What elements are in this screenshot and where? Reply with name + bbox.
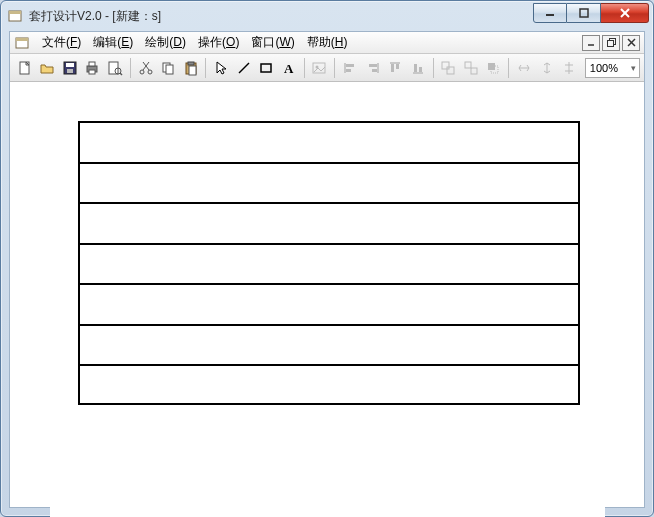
svg-rect-53 <box>465 62 471 68</box>
separator <box>304 58 305 78</box>
svg-rect-47 <box>396 64 399 69</box>
open-button[interactable] <box>37 57 59 79</box>
svg-rect-35 <box>261 64 271 72</box>
text-tool-button[interactable]: A <box>278 57 300 79</box>
menu-file[interactable]: 文件(F) <box>36 32 87 53</box>
app-icon <box>7 8 23 24</box>
print-preview-button[interactable] <box>104 57 126 79</box>
separator <box>334 58 335 78</box>
document-page[interactable] <box>50 121 605 517</box>
mdi-restore-button[interactable] <box>602 35 620 51</box>
maximize-button[interactable] <box>567 3 601 23</box>
svg-rect-16 <box>66 63 74 67</box>
separator <box>130 58 131 78</box>
menu-draw[interactable]: 绘制(D) <box>139 32 192 53</box>
rectangle-tool-button[interactable] <box>256 57 278 79</box>
image-tool-button[interactable] <box>309 57 331 79</box>
ungroup-button[interactable] <box>460 57 482 79</box>
svg-rect-1 <box>9 11 21 14</box>
paste-button[interactable] <box>180 57 202 79</box>
save-button[interactable] <box>59 57 81 79</box>
close-button[interactable] <box>601 3 649 23</box>
svg-rect-17 <box>67 69 73 73</box>
same-height-button[interactable] <box>536 57 558 79</box>
print-button[interactable] <box>82 57 104 79</box>
svg-rect-19 <box>89 62 95 66</box>
svg-rect-43 <box>369 64 377 67</box>
menu-window[interactable]: 窗口(W) <box>245 32 300 53</box>
cut-button[interactable] <box>135 57 157 79</box>
align-bottom-button[interactable] <box>407 57 429 79</box>
svg-text:A: A <box>284 61 294 76</box>
new-button[interactable] <box>14 57 36 79</box>
align-left-button[interactable] <box>339 57 361 79</box>
svg-line-23 <box>120 73 122 75</box>
svg-rect-54 <box>471 68 477 74</box>
svg-rect-51 <box>442 62 449 69</box>
table-row[interactable] <box>80 204 578 245</box>
separator <box>433 58 434 78</box>
document-icon <box>14 35 30 51</box>
table-row[interactable] <box>80 245 578 286</box>
bring-front-button[interactable] <box>483 57 505 79</box>
svg-rect-46 <box>391 64 394 72</box>
svg-rect-7 <box>16 38 28 41</box>
separator <box>205 58 206 78</box>
table-row[interactable] <box>80 123 578 164</box>
mdi-minimize-button[interactable] <box>582 35 600 51</box>
svg-line-34 <box>239 63 249 73</box>
titlebar[interactable]: 套打设计V2.0 - [新建：s] <box>1 1 653 31</box>
zoom-value: 100% <box>590 62 618 74</box>
svg-rect-49 <box>414 64 417 72</box>
main-window: 套打设计V2.0 - [新建：s] 文件(F) 编辑(E) 绘制(D) 操作(O… <box>0 0 654 517</box>
svg-rect-10 <box>607 41 613 47</box>
menu-operate[interactable]: 操作(O) <box>192 32 245 53</box>
svg-rect-31 <box>188 62 194 65</box>
svg-rect-41 <box>346 69 351 72</box>
svg-rect-50 <box>419 67 422 72</box>
table-row[interactable] <box>80 366 578 407</box>
mdi-controls <box>582 35 640 51</box>
align-right-button[interactable] <box>362 57 384 79</box>
line-tool-button[interactable] <box>233 57 255 79</box>
toolbar: A 100% <box>10 54 644 82</box>
menu-help[interactable]: 帮助(H) <box>301 32 354 53</box>
mdi-close-button[interactable] <box>622 35 640 51</box>
minimize-button[interactable] <box>533 3 567 23</box>
svg-rect-29 <box>166 65 173 74</box>
svg-marker-33 <box>217 62 226 74</box>
align-top-button[interactable] <box>384 57 406 79</box>
svg-point-27 <box>148 70 152 74</box>
drawn-table-object[interactable] <box>78 121 580 405</box>
same-width-button[interactable] <box>513 57 535 79</box>
menubar: 文件(F) 编辑(E) 绘制(D) 操作(O) 窗口(W) 帮助(H) <box>10 32 644 54</box>
svg-point-26 <box>140 70 144 74</box>
svg-rect-44 <box>372 69 377 72</box>
table-row[interactable] <box>80 164 578 205</box>
window-controls <box>533 3 649 23</box>
separator <box>508 58 509 78</box>
zoom-combo[interactable]: 100% <box>585 58 640 78</box>
menu-edit[interactable]: 编辑(E) <box>87 32 139 53</box>
table-row[interactable] <box>80 326 578 367</box>
svg-rect-52 <box>447 67 454 74</box>
group-button[interactable] <box>437 57 459 79</box>
workspace[interactable] <box>10 83 644 507</box>
svg-rect-20 <box>89 70 95 74</box>
copy-button[interactable] <box>157 57 179 79</box>
svg-rect-3 <box>580 9 588 17</box>
window-title: 套打设计V2.0 - [新建：s] <box>29 8 533 25</box>
svg-rect-32 <box>189 66 196 75</box>
svg-rect-40 <box>346 64 354 67</box>
distribute-button[interactable] <box>558 57 580 79</box>
client-area: 文件(F) 编辑(E) 绘制(D) 操作(O) 窗口(W) 帮助(H) <box>9 31 645 508</box>
table-row[interactable] <box>80 285 578 326</box>
pointer-tool-button[interactable] <box>210 57 232 79</box>
